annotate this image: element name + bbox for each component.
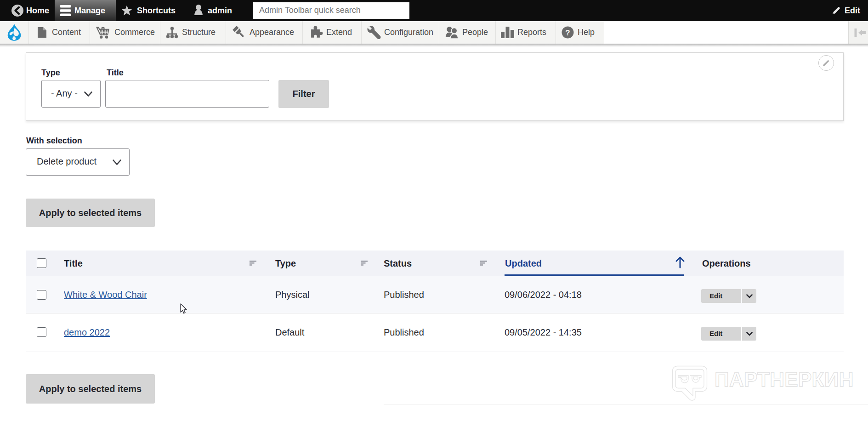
svg-text:?: ? [565, 28, 570, 37]
